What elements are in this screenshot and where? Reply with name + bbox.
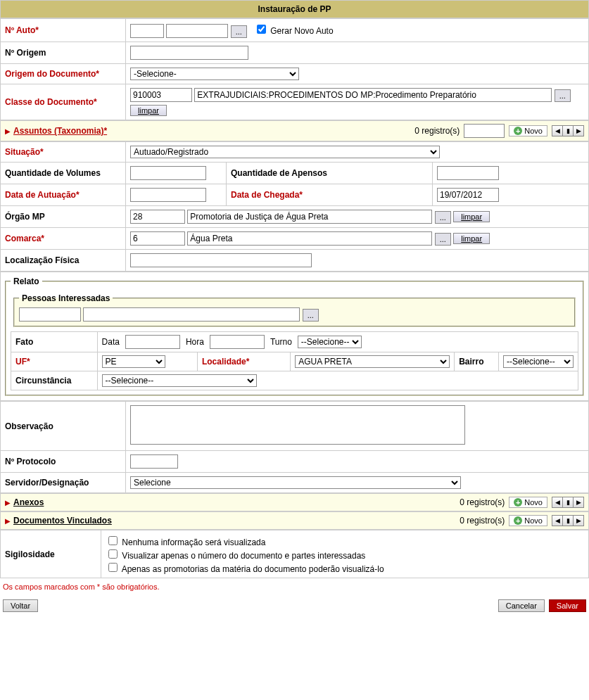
sigil-text-3: Apenas as promotorias da matéria do docu… [122, 564, 384, 574]
pessoas-legend: Pessoas Interessadas [19, 293, 113, 303]
pessoas-input-2[interactable] [83, 307, 300, 322]
hora-label: Hora [186, 337, 204, 347]
classe-lookup-button[interactable]: ... [555, 89, 571, 102]
bairro-select[interactable]: --Selecione-- [503, 355, 574, 368]
docs-vinc-nav[interactable]: ◀▮▶ [552, 515, 584, 526]
anexos-novo-button[interactable]: +Novo [509, 497, 547, 508]
sigil-checkbox-3[interactable] [108, 563, 118, 572]
orgao-limpar-button[interactable]: limpar [453, 211, 490, 222]
assuntos-link[interactable]: Assuntos (Taxonomia)* [13, 126, 107, 136]
data-label: Data [102, 337, 120, 347]
expand-icon[interactable]: ▶ [5, 517, 11, 525]
orgao-mp-label: Órgão MP [1, 206, 126, 228]
n-auto-label: Nº Auto* [1, 19, 126, 42]
bairro-label: Bairro [455, 352, 499, 371]
localizacao-input[interactable] [130, 253, 312, 267]
qtd-apensos-label: Quantidade de Apensos [227, 163, 433, 184]
fato-label: Fato [11, 332, 98, 352]
expand-icon[interactable]: ▶ [5, 127, 11, 135]
fato-data-input[interactable] [125, 335, 180, 349]
situacao-label: Situação* [1, 142, 126, 163]
pessoas-lookup-button[interactable]: ... [303, 309, 319, 322]
comarca-desc-input[interactable] [187, 231, 432, 246]
pessoas-input-1[interactable] [19, 307, 81, 322]
assuntos-search-input[interactable] [464, 124, 505, 138]
docs-vinc-link[interactable]: Documentos Vinculados [13, 516, 112, 526]
salvar-button[interactable]: Salvar [549, 599, 586, 612]
assuntos-novo-button[interactable]: +Novo [509, 125, 547, 136]
n-origem-label: Nº Origem [1, 42, 126, 64]
docs-vinc-count: 0 registro(s) [460, 516, 505, 526]
n-auto-input-2[interactable] [166, 24, 228, 38]
anexos-count: 0 registro(s) [460, 497, 505, 507]
classe-doc-label: Classe do Documento* [1, 84, 126, 120]
comarca-label: Comarca* [1, 228, 126, 250]
docs-vinc-novo-button[interactable]: +Novo [509, 515, 547, 526]
servidor-label: Servidor/Designação [1, 473, 126, 493]
page-title: Instauração de PP [0, 0, 589, 18]
localizacao-label: Localização Física [1, 250, 126, 272]
expand-icon[interactable]: ▶ [5, 499, 11, 507]
circunstancia-select[interactable]: --Selecione-- [102, 374, 257, 387]
anexos-link[interactable]: Anexos [13, 497, 44, 507]
required-footnote: Os campos marcados com * são obrigatório… [0, 578, 589, 595]
classe-desc-input[interactable] [194, 88, 552, 102]
plus-icon: + [514, 498, 522, 507]
origem-doc-select[interactable]: -Selecione- [130, 68, 299, 80]
comarca-limpar-button[interactable]: limpar [453, 233, 490, 244]
orgao-lookup-button[interactable]: ... [435, 211, 451, 224]
turno-label: Turno [270, 337, 292, 347]
assuntos-nav[interactable]: ◀▮▶ [552, 125, 584, 136]
n-auto-input-1[interactable] [130, 24, 164, 38]
protocolo-label: Nº Protocolo [1, 451, 126, 473]
qtd-apensos-input[interactable] [437, 166, 499, 180]
anexos-nav[interactable]: ◀▮▶ [552, 497, 584, 508]
data-chegada-label: Data de Chegada* [227, 184, 433, 206]
qtd-volumes-label: Quantidade de Volumes [1, 163, 126, 184]
servidor-select[interactable]: Selecione [130, 476, 461, 489]
data-autuacao-input[interactable] [130, 188, 206, 202]
uf-select[interactable]: PE [102, 355, 165, 368]
observacao-textarea[interactable] [130, 405, 465, 445]
origem-doc-label: Origem do Documento* [1, 64, 126, 84]
sigilosidade-label: Sigilosidade [1, 530, 101, 578]
docs-vinc-band: ▶ Documentos Vinculados 0 registro(s) +N… [0, 511, 589, 530]
sigil-checkbox-2[interactable] [108, 549, 118, 559]
voltar-button[interactable]: Voltar [3, 599, 38, 612]
relato-legend: Relato [11, 276, 42, 286]
uf-label: UF* [15, 357, 30, 367]
sigil-text-1: Nenhuma informação será visualizada [122, 537, 265, 547]
data-autuacao-label: Data de Autuação* [1, 184, 126, 206]
sigil-checkbox-1[interactable] [108, 536, 118, 545]
plus-icon: + [514, 516, 522, 525]
n-origem-input[interactable] [130, 46, 248, 60]
fato-hora-input[interactable] [210, 335, 265, 349]
assuntos-band: ▶ Assuntos (Taxonomia)* 0 registro(s) +N… [0, 120, 589, 141]
anexos-band: ▶ Anexos 0 registro(s) +Novo ◀▮▶ [0, 493, 589, 511]
orgao-code-input[interactable] [130, 210, 185, 224]
gerar-novo-auto-label: Gerar Novo Auto [270, 26, 333, 36]
localidade-label: Localidade* [202, 357, 249, 367]
qtd-volumes-input[interactable] [130, 166, 206, 180]
circunstancia-label: Circunstância [11, 371, 98, 390]
observacao-label: Observação [1, 402, 126, 451]
orgao-desc-input[interactable] [187, 210, 432, 224]
gerar-novo-auto-checkbox[interactable] [257, 25, 266, 34]
assuntos-count: 0 registro(s) [414, 126, 460, 136]
classe-limpar-button[interactable]: limpar [130, 105, 167, 116]
protocolo-input[interactable] [130, 454, 178, 469]
turno-select[interactable]: --Selecione-- [298, 336, 362, 348]
n-auto-lookup-button[interactable]: ... [231, 25, 247, 38]
comarca-code-input[interactable] [130, 231, 185, 246]
sigil-text-2: Visualizar apenas o número do documento … [122, 551, 365, 561]
pessoas-fieldset: Pessoas Interessadas ... [13, 293, 576, 327]
comarca-lookup-button[interactable]: ... [435, 233, 451, 246]
data-chegada-input[interactable] [437, 188, 499, 202]
classe-code-input[interactable] [130, 88, 192, 102]
cancelar-button[interactable]: Cancelar [498, 599, 545, 612]
situacao-select[interactable]: Autuado/Registrado [130, 146, 440, 158]
localidade-select[interactable]: AGUA PRETA [295, 355, 450, 368]
plus-icon: + [514, 127, 522, 135]
relato-fieldset: Relato Pessoas Interessadas ... Fato Dat… [5, 276, 584, 396]
